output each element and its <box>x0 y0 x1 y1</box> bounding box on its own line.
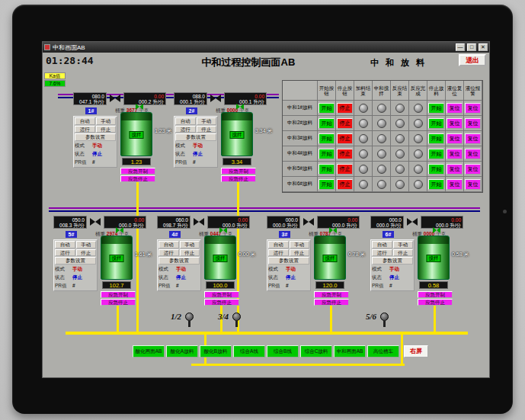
close-button[interactable]: ✕ <box>479 43 488 51</box>
manual-button[interactable]: 手动 <box>96 117 117 125</box>
level-alarm-reset-button[interactable]: 复位 <box>465 118 481 129</box>
level-reset-button[interactable]: 复位 <box>447 103 463 114</box>
maximize-button[interactable]: □ <box>467 43 476 51</box>
state-value: 停止 <box>193 150 203 158</box>
stop-discharge-start-button[interactable]: 开始 <box>428 149 444 159</box>
stop-button[interactable]: 停止 <box>393 249 414 257</box>
run-button[interactable]: 运行 <box>75 126 95 133</box>
unit-control-panel: 自动 手动 运行 停止 参数设置 模式 手动 状态 停止 PR值 # <box>267 239 311 291</box>
pr-value: # <box>389 282 392 290</box>
nav-button[interactable]: 酸化画面AB <box>133 345 165 357</box>
auto-button[interactable]: 自动 <box>158 241 179 248</box>
emergency-stop-button[interactable]: 应急停止 <box>221 175 256 182</box>
emergency-stop-button[interactable]: 应急停止 <box>101 299 136 306</box>
emergency-open-button[interactable]: 应急开制 <box>101 291 136 298</box>
minimize-button[interactable]: — <box>456 43 465 51</box>
tank-level-readout: 3.34 <box>222 158 251 165</box>
row-start-button[interactable]: 开始 <box>319 149 335 159</box>
level-reset-button[interactable]: 复位 <box>447 118 463 129</box>
unit-id-badge: 1# <box>85 107 97 114</box>
stop-discharge-start-button[interactable]: 开始 <box>428 118 444 129</box>
run-button[interactable]: 运行 <box>268 249 289 257</box>
row-stop-button[interactable]: 停止 <box>337 179 353 190</box>
params-button[interactable]: 参数设置 <box>55 257 96 265</box>
level-alarm-reset-button[interactable]: 复位 <box>465 179 481 190</box>
manual-button[interactable]: 手动 <box>180 241 200 248</box>
emergency-open-button[interactable]: 应急开制 <box>204 291 239 298</box>
level-alarm-reset-button[interactable]: 复位 <box>465 164 481 175</box>
params-button[interactable]: 参数设置 <box>372 257 413 265</box>
reactor-unit: 050.0 008.3 升/分 0.00 000.0 升/分 5# 桶重 297… <box>53 216 154 307</box>
row-stop-button[interactable]: 停止 <box>337 118 353 129</box>
emergency-stop-button[interactable]: 应急停止 <box>120 175 155 182</box>
run-button[interactable]: 运行 <box>372 249 392 257</box>
row-start-button[interactable]: 开始 <box>319 103 335 114</box>
manual-button[interactable]: 手动 <box>290 241 310 248</box>
stop-button[interactable]: 停止 <box>76 249 97 257</box>
table-row-label: 中和3#放料 <box>283 131 318 146</box>
row-start-button[interactable]: 开始 <box>319 164 335 175</box>
manual-button[interactable]: 手动 <box>76 241 97 248</box>
manual-button[interactable]: 手动 <box>197 117 217 125</box>
params-button[interactable]: 参数设置 <box>268 257 309 265</box>
level-reset-button[interactable]: 复位 <box>447 179 463 190</box>
stop-button[interactable]: 停止 <box>197 126 217 133</box>
manual-button[interactable]: 手动 <box>393 241 414 248</box>
nav-button[interactable]: 中和画面AB <box>334 345 366 357</box>
table-row-label: 中和1#放料 <box>283 101 318 116</box>
exit-button[interactable]: 退出 <box>459 54 486 66</box>
level-reset-button[interactable]: 复位 <box>447 164 463 175</box>
pump-pair-label: 3/4 <box>218 312 229 321</box>
stop-discharge-start-button[interactable]: 开始 <box>428 133 444 144</box>
table-column-header: 加料结束 <box>354 81 373 101</box>
stir-indicator <box>377 104 386 113</box>
nav-button[interactable]: 综合A线 <box>233 345 265 357</box>
stir-indicator <box>377 149 386 159</box>
auto-button[interactable]: 自动 <box>75 117 95 125</box>
params-button[interactable]: 参数设置 <box>175 133 216 141</box>
row-stop-button[interactable]: 停止 <box>337 133 353 144</box>
emergency-open-button[interactable]: 应急开制 <box>120 168 155 175</box>
nav-button[interactable]: 酸化A放料 <box>166 345 198 357</box>
emergency-open-button[interactable]: 应急开制 <box>418 291 453 298</box>
level-alarm-reset-button[interactable]: 复位 <box>465 133 481 144</box>
state-label: 状态 <box>75 150 91 158</box>
row-start-button[interactable]: 开始 <box>319 118 335 129</box>
auto-button[interactable]: 自动 <box>268 241 289 248</box>
row-stop-button[interactable]: 停止 <box>337 164 353 175</box>
stop-discharge-start-button[interactable]: 开始 <box>428 164 444 175</box>
run-button[interactable]: 运行 <box>175 126 196 133</box>
nav-button[interactable]: 酸化B放料 <box>200 345 232 357</box>
row-stop-button[interactable]: 停止 <box>337 103 353 114</box>
auto-button[interactable]: 自动 <box>175 117 196 125</box>
emergency-open-button[interactable]: 应急开制 <box>314 291 349 298</box>
stop-button[interactable]: 停止 <box>180 249 200 257</box>
right-screen-button[interactable]: 右屏 <box>404 345 428 357</box>
emergency-stop-button[interactable]: 应急停止 <box>418 299 453 306</box>
row-stop-button[interactable]: 停止 <box>337 149 353 159</box>
emergency-stop-button[interactable]: 应急停止 <box>314 299 349 306</box>
auto-button[interactable]: 自动 <box>372 241 392 248</box>
run-button[interactable]: 运行 <box>158 249 179 257</box>
stop-discharge-start-button[interactable]: 开始 <box>428 103 444 114</box>
level-alarm-reset-button[interactable]: 复位 <box>465 103 481 114</box>
nav-button[interactable]: 综合C放料 <box>300 345 332 357</box>
params-button[interactable]: 参数设置 <box>75 133 116 141</box>
level-reset-button[interactable]: 复位 <box>447 133 463 144</box>
state-value: 停止 <box>389 274 399 281</box>
pump-icon <box>110 95 120 102</box>
row-start-button[interactable]: 开始 <box>319 179 335 190</box>
nav-button[interactable]: 综合B线 <box>267 345 299 357</box>
stop-button[interactable]: 停止 <box>290 249 310 257</box>
emergency-open-button[interactable]: 应急开制 <box>221 168 256 175</box>
level-reset-button[interactable]: 复位 <box>447 149 463 159</box>
nav-button[interactable]: 高位槽车 <box>367 345 399 357</box>
run-button[interactable]: 运行 <box>55 249 75 257</box>
params-button[interactable]: 参数设置 <box>158 257 200 265</box>
stop-discharge-start-button[interactable]: 开始 <box>428 179 444 190</box>
auto-button[interactable]: 自动 <box>55 241 75 248</box>
stop-button[interactable]: 停止 <box>96 126 117 133</box>
emergency-stop-button[interactable]: 应急停止 <box>204 299 239 306</box>
row-start-button[interactable]: 开始 <box>319 133 335 144</box>
level-alarm-reset-button[interactable]: 复位 <box>465 149 481 159</box>
